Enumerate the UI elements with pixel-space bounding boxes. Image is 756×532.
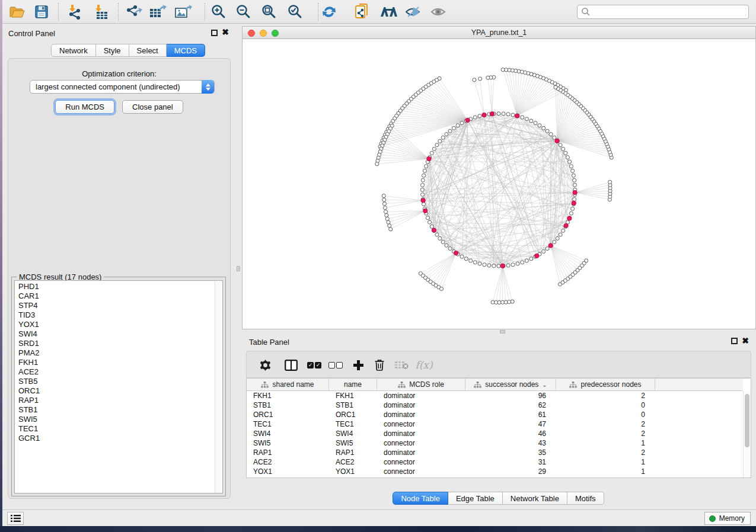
network-node[interactable] <box>445 243 448 247</box>
table-settings-gear-icon[interactable] <box>256 351 274 379</box>
network-canvas[interactable] <box>243 39 755 329</box>
mcds-result-item[interactable]: RAP1 <box>18 396 213 405</box>
import-network-icon[interactable] <box>65 2 85 22</box>
delete-table-icon[interactable] <box>393 351 410 379</box>
network-node[interactable] <box>425 165 428 168</box>
network-hub-node[interactable] <box>423 209 428 213</box>
network-node[interactable] <box>542 249 546 253</box>
mcds-result-item[interactable]: YOX1 <box>18 320 213 329</box>
table-row[interactable]: ORC1ORC1dominator610 <box>247 410 743 419</box>
network-node[interactable] <box>497 112 500 116</box>
export-table-icon[interactable] <box>148 2 168 22</box>
column-header-predecessor-nodes[interactable]: predecessor nodes <box>556 379 655 390</box>
network-node[interactable] <box>571 169 575 172</box>
network-node[interactable] <box>511 300 514 303</box>
mcds-list-scrollbar[interactable] <box>215 281 222 493</box>
zoom-in-icon[interactable] <box>209 2 229 22</box>
open-session-icon[interactable] <box>7 2 27 22</box>
delete-column-trash-icon[interactable] <box>371 351 388 379</box>
mcds-result-item[interactable]: ORC1 <box>18 386 213 396</box>
network-node[interactable] <box>487 264 491 267</box>
network-hub-node[interactable] <box>421 198 425 203</box>
network-node[interactable] <box>422 174 426 177</box>
network-node[interactable] <box>501 68 505 72</box>
network-node[interactable] <box>506 113 510 116</box>
save-session-icon[interactable] <box>31 2 52 22</box>
network-node[interactable] <box>571 207 575 210</box>
show-columns-icon[interactable] <box>282 351 300 379</box>
select-all-icon[interactable]: ✓✓ <box>306 351 323 379</box>
network-node[interactable] <box>553 240 556 243</box>
mcds-result-item[interactable]: SWI4 <box>18 329 213 339</box>
tab-mcds[interactable]: MCDS <box>167 44 205 57</box>
network-node[interactable] <box>421 178 425 182</box>
export-image-icon[interactable] <box>173 2 193 22</box>
tab-node-table[interactable]: Node Table <box>393 492 448 505</box>
network-hub-node[interactable] <box>465 118 470 122</box>
network-node[interactable] <box>521 116 524 119</box>
network-node[interactable] <box>542 126 546 130</box>
network-node[interactable] <box>564 151 567 155</box>
tab-select[interactable]: Select <box>129 44 167 57</box>
network-node[interactable] <box>435 143 439 147</box>
zoom-fit-icon[interactable] <box>259 2 279 22</box>
network-hub-node[interactable] <box>482 113 486 117</box>
network-node[interactable] <box>432 147 436 150</box>
network-node[interactable] <box>573 183 576 187</box>
show-panels-list-icon[interactable] <box>7 512 24 525</box>
network-node[interactable] <box>559 233 562 236</box>
apply-preferred-layout-icon[interactable] <box>319 2 339 22</box>
network-node[interactable] <box>382 198 386 201</box>
column-header-MCDS-role[interactable]: MCDS role <box>377 379 465 390</box>
network-node[interactable] <box>511 263 515 267</box>
mcds-result-item[interactable]: PHD1 <box>18 282 213 291</box>
network-node[interactable] <box>382 194 385 197</box>
deselect-all-icon[interactable] <box>327 351 344 379</box>
network-node[interactable] <box>383 206 387 210</box>
network-hub-node[interactable] <box>427 156 431 161</box>
table-scrollbar-thumb[interactable] <box>745 394 749 447</box>
tab-network[interactable]: Network <box>51 44 96 57</box>
mcds-result-list[interactable]: PHD1CAR1STP4TID3YOX1SWI4SRD1PMA2FKH1ACE2… <box>14 280 223 493</box>
mcds-result-item[interactable]: TEC1 <box>18 424 213 434</box>
network-node[interactable] <box>426 216 429 220</box>
mcds-result-item[interactable]: ACE2 <box>18 367 213 377</box>
network-node[interactable] <box>553 136 556 139</box>
mcds-result-item[interactable]: FKH1 <box>18 358 213 367</box>
network-node[interactable] <box>486 76 490 79</box>
network-node[interactable] <box>556 236 559 240</box>
network-node[interactable] <box>387 220 390 224</box>
network-node[interactable] <box>441 136 445 139</box>
network-hub-node[interactable] <box>572 201 576 205</box>
network-node[interactable] <box>566 156 569 159</box>
network-node[interactable] <box>502 112 505 116</box>
hide-graphics-details-icon[interactable] <box>403 2 423 22</box>
network-node[interactable] <box>448 129 452 133</box>
table-row[interactable]: ACE2ACE2connector311 <box>247 457 743 467</box>
network-node[interactable] <box>438 139 442 143</box>
network-hub-node[interactable] <box>432 228 436 232</box>
mcds-result-item[interactable]: STB1 <box>18 405 213 415</box>
network-node[interactable] <box>448 246 452 250</box>
network-node[interactable] <box>478 114 481 118</box>
network-node[interactable] <box>521 261 524 264</box>
network-node[interactable] <box>460 121 464 125</box>
column-header-successor-nodes[interactable]: successor nodes⌄ <box>465 379 556 390</box>
network-node[interactable] <box>478 262 481 265</box>
network-node[interactable] <box>382 202 386 206</box>
network-node[interactable] <box>460 255 464 258</box>
network-node[interactable] <box>388 224 391 227</box>
network-node[interactable] <box>430 225 433 228</box>
network-node[interactable] <box>569 211 573 215</box>
mcds-result-item[interactable]: PMA2 <box>18 348 213 358</box>
network-node[interactable] <box>549 133 553 136</box>
network-node[interactable] <box>568 160 572 164</box>
network-node[interactable] <box>573 197 576 201</box>
network-node[interactable] <box>525 117 528 121</box>
network-node[interactable] <box>464 257 468 261</box>
tab-edge-table[interactable]: Edge Table <box>448 492 503 505</box>
horizontal-splitter[interactable] <box>241 329 756 334</box>
network-node[interactable] <box>529 119 533 123</box>
network-node[interactable] <box>385 217 389 220</box>
network-node[interactable] <box>438 236 442 240</box>
